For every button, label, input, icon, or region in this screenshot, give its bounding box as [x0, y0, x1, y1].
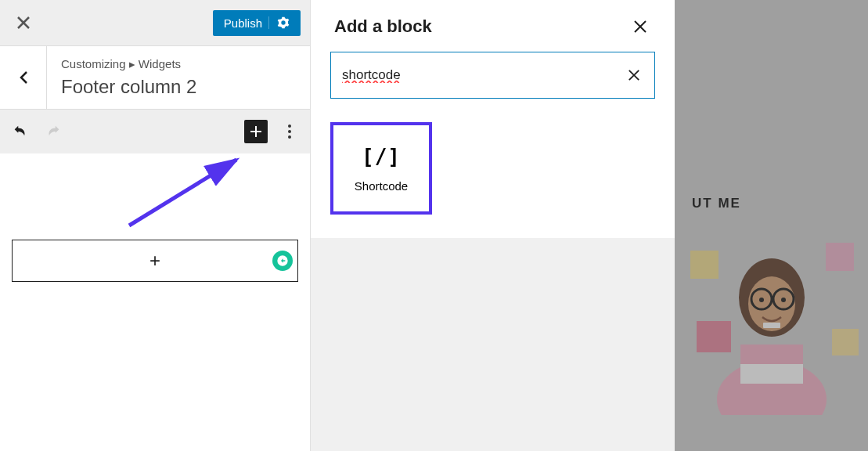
gear-icon [277, 16, 290, 29]
more-options-button[interactable] [279, 124, 301, 139]
customizer-sidebar: Publish Customizing ▸ Widgets Footer col… [0, 0, 310, 451]
grammarly-icon [276, 254, 289, 267]
block-inserter-panel: Add a block [/] Shortcode [310, 0, 675, 451]
plus-icon: + [149, 250, 160, 272]
shortcode-icon: [/] [362, 145, 401, 168]
back-button[interactable] [0, 46, 47, 109]
block-search-wrap [311, 52, 675, 122]
chevron-left-icon [18, 70, 29, 85]
grammarly-badge-icon[interactable] [272, 251, 293, 271]
breadcrumb-content: Customizing ▸ Widgets Footer column 2 [47, 46, 310, 109]
widget-editor-area: + [0, 153, 310, 451]
breadcrumb-path: Customizing ▸ Widgets [61, 57, 296, 71]
dot-icon [288, 135, 291, 139]
preview-dim-overlay [675, 0, 868, 451]
block-panel-header: Add a block [311, 0, 675, 52]
close-customizer-button[interactable] [9, 9, 38, 37]
breadcrumb-title: Footer column 2 [61, 76, 296, 98]
site-preview: UT ME [675, 0, 868, 451]
block-panel-close-button[interactable] [629, 16, 651, 38]
plus-icon [248, 124, 264, 139]
block-tile-label: Shortcode [355, 179, 408, 193]
close-icon [628, 69, 640, 81]
block-panel-title: Add a block [334, 16, 432, 37]
publish-button[interactable]: Publish [213, 10, 301, 36]
dot-icon [288, 130, 291, 133]
dot-icon [288, 124, 291, 128]
breadcrumb-section: Customizing ▸ Widgets Footer column 2 [0, 46, 310, 110]
publish-label: Publish [224, 16, 262, 30]
panel-background [311, 238, 675, 451]
sidebar-header: Publish [0, 0, 310, 46]
add-block-button[interactable] [244, 120, 268, 143]
redo-button[interactable] [42, 121, 64, 143]
redo-icon [45, 123, 62, 140]
search-clear-button[interactable] [625, 66, 643, 85]
publish-settings-icon[interactable] [268, 16, 290, 29]
block-search-box [330, 52, 655, 99]
block-tile-shortcode[interactable]: [/] Shortcode [330, 122, 432, 215]
block-search-input[interactable] [342, 67, 625, 83]
block-results: [/] Shortcode [311, 122, 675, 215]
close-icon [16, 16, 31, 30]
undo-icon [12, 123, 29, 140]
close-icon [633, 20, 647, 34]
empty-block-appender[interactable]: + [12, 240, 298, 282]
undo-button[interactable] [9, 121, 31, 143]
editor-toolbar [0, 110, 310, 153]
publish-controls: Publish [213, 10, 301, 36]
